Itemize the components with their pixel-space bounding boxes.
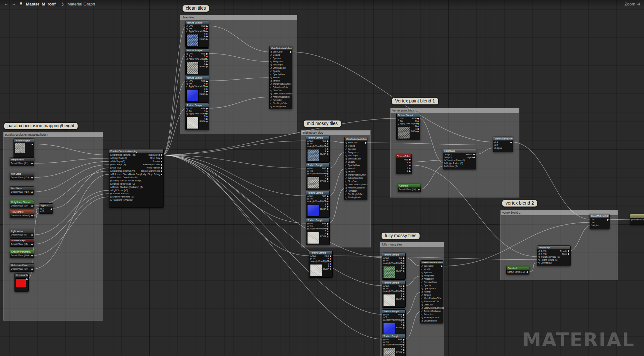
input-pin[interactable] <box>383 291 385 292</box>
node-header[interactable]: BlendMaterialAttributes <box>493 137 513 140</box>
output-pin[interactable] <box>403 342 404 343</box>
output-pin[interactable] <box>327 228 328 230</box>
input-pin[interactable] <box>270 87 272 88</box>
input-pin[interactable] <box>421 278 423 280</box>
node-header[interactable]: Texture Sample <box>185 21 209 24</box>
input-pin[interactable] <box>494 141 496 143</box>
output-pin[interactable] <box>403 339 404 341</box>
input-pin[interactable] <box>307 198 309 200</box>
input-pin[interactable] <box>346 197 347 198</box>
input-pin[interactable] <box>270 61 272 63</box>
input-pin[interactable] <box>398 120 399 122</box>
input-pin[interactable] <box>383 257 385 259</box>
node-vertex-color[interactable]: Vertex ColorRGBRGBA <box>396 154 412 174</box>
input-pin[interactable] <box>494 147 496 149</box>
node-header[interactable]: Min Steps <box>10 172 34 176</box>
input-pin[interactable] <box>346 155 347 157</box>
output-pin[interactable] <box>365 142 366 144</box>
input-pin[interactable] <box>538 250 540 252</box>
input-pin[interactable] <box>383 314 385 316</box>
input-pin[interactable] <box>186 56 188 57</box>
back-icon[interactable]: ← <box>4 1 8 6</box>
output-pin[interactable] <box>327 168 328 169</box>
input-pin[interactable] <box>346 181 347 182</box>
output-pin[interactable] <box>403 319 404 321</box>
input-pin[interactable] <box>186 111 188 112</box>
output-pin[interactable] <box>31 215 33 216</box>
output-pin[interactable] <box>403 298 404 300</box>
output-pin[interactable] <box>417 120 419 122</box>
input-pin[interactable] <box>310 261 312 262</box>
node-texture-sample-clean-2[interactable]: Texture SampleUVsTexApply View MipBiasRG… <box>185 48 209 75</box>
input-pin[interactable] <box>110 167 112 169</box>
input-pin[interactable] <box>270 54 272 56</box>
output-pin[interactable] <box>403 263 404 264</box>
input-pin[interactable] <box>110 164 112 166</box>
comment-bubble-mid-mossy-tiles[interactable]: mid mossy tiles <box>303 120 342 128</box>
output-pin[interactable] <box>26 278 28 280</box>
output-pin[interactable] <box>409 159 411 160</box>
input-pin[interactable] <box>421 285 423 286</box>
output-pin[interactable] <box>418 189 420 190</box>
output-pin[interactable] <box>330 266 331 267</box>
input-pin[interactable] <box>346 168 347 169</box>
output-pin[interactable] <box>206 88 208 90</box>
input-pin[interactable] <box>40 211 42 212</box>
input-pin[interactable] <box>110 170 112 172</box>
output-pin[interactable] <box>206 25 208 27</box>
output-pin[interactable] <box>327 151 328 152</box>
output-pin[interactable] <box>403 291 404 292</box>
output-pin[interactable] <box>161 154 162 156</box>
output-pin[interactable] <box>327 181 328 182</box>
input-pin[interactable] <box>538 262 540 264</box>
output-pin[interactable] <box>403 296 404 297</box>
output-pin[interactable] <box>330 268 331 270</box>
output-pin[interactable] <box>206 108 208 110</box>
input-pin[interactable] <box>631 219 633 221</box>
input-pin[interactable] <box>383 285 385 287</box>
output-pin[interactable] <box>403 352 404 353</box>
output-pin[interactable] <box>161 158 162 159</box>
input-pin[interactable] <box>444 159 446 161</box>
output-pin[interactable] <box>330 261 331 262</box>
output-pin[interactable] <box>510 142 512 143</box>
output-pin[interactable] <box>206 53 208 55</box>
output-pin[interactable] <box>327 196 328 197</box>
node-header[interactable]: MakeMaterialAttributes <box>421 261 443 264</box>
output-pin[interactable] <box>417 131 419 132</box>
output-pin[interactable] <box>473 157 475 158</box>
input-pin[interactable] <box>186 28 188 30</box>
input-pin[interactable] <box>186 25 188 27</box>
breadcrumb-page[interactable]: Material Graph <box>67 2 95 6</box>
input-pin[interactable] <box>270 64 272 66</box>
input-pin[interactable] <box>421 272 423 274</box>
node-header[interactable]: Light Vector <box>10 229 34 233</box>
material-graph-canvas[interactable]: clean tilesparalax occlusion mapping/hei… <box>0 0 644 356</box>
output-pin[interactable] <box>161 167 162 169</box>
node-texture-sample-mid-3[interactable]: Texture SampleUVsTexApply View MipBiasRG… <box>306 191 330 218</box>
comment-header[interactable]: paralax occlusion mapping/height <box>4 132 103 137</box>
input-pin[interactable] <box>110 199 112 201</box>
output-pin[interactable] <box>206 58 208 60</box>
input-pin[interactable] <box>307 173 309 175</box>
input-pin[interactable] <box>383 344 385 346</box>
output-pin[interactable] <box>568 253 569 255</box>
node-texture-object[interactable]: Texture Object <box>14 139 34 160</box>
input-pin[interactable] <box>383 319 385 321</box>
output-pin[interactable] <box>206 93 208 95</box>
input-pin[interactable] <box>346 178 347 179</box>
output-pin[interactable] <box>403 260 404 262</box>
input-pin[interactable] <box>110 161 112 162</box>
output-pin[interactable] <box>403 349 404 351</box>
input-pin[interactable] <box>421 320 423 322</box>
node-header[interactable]: HeightLerp <box>443 149 476 153</box>
input-pin[interactable] <box>270 106 272 108</box>
input-pin[interactable] <box>310 258 312 260</box>
output-pin[interactable] <box>403 257 404 259</box>
input-pin[interactable] <box>421 275 423 277</box>
input-pin[interactable] <box>186 58 188 60</box>
node-texture-sample-mossy-2[interactable]: Texture SampleUVsTexApply View MipBiasRG… <box>382 281 406 308</box>
output-pin[interactable] <box>327 231 328 232</box>
forward-icon[interactable]: → <box>12 1 16 6</box>
node-header[interactable]: MakeMaterialAttributes <box>270 46 292 50</box>
